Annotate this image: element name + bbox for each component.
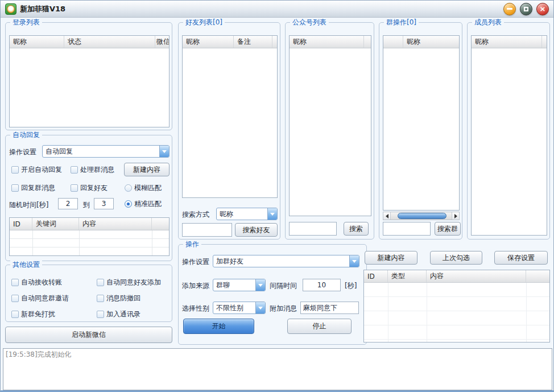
chevron-down-icon[interactable] (255, 302, 265, 313)
maximize-button[interactable] (520, 3, 532, 15)
radio-fuzzy-match[interactable]: 模糊匹配 (125, 183, 162, 193)
minimize-button[interactable] (503, 3, 516, 15)
combo-value: 群聊 (213, 279, 255, 291)
log-area[interactable]: [19:5:38]完成初始化 (3, 348, 552, 390)
table-header: 昵称 状态 微信号 (10, 36, 169, 48)
scroll-right-icon[interactable] (452, 212, 459, 220)
checkbox-mute-new-group[interactable]: 新群免打扰 (11, 310, 55, 319)
checkbox-add-to-contacts[interactable]: 加入通讯录 (97, 310, 140, 319)
group-search-input[interactable] (383, 222, 431, 236)
checkbox-label: 自动同意好友添加 (106, 278, 161, 287)
checkbox-label: 开启自动回复 (21, 165, 62, 175)
checkbox-label: 加入通讯录 (106, 310, 140, 319)
member-list-table[interactable]: 昵称 (471, 35, 547, 236)
gender-label: 选择性别 (182, 304, 209, 313)
column-header-id[interactable]: ID (364, 270, 388, 282)
auto-reply-group: 自动回复 操作设置 自动回复 开启自动回复 处理群消息 新建内容 回复群消息 回… (5, 135, 172, 261)
group-list-table[interactable]: 昵称 (383, 35, 460, 211)
search-official-button[interactable]: 搜索 (344, 222, 369, 236)
search-friend-button[interactable]: 搜索好友 (235, 223, 278, 237)
column-header-nickname[interactable]: 昵称 (10, 36, 64, 48)
checkbox-auto-accept-group-invite[interactable]: 自动同意群邀请 (11, 294, 69, 303)
chevron-down-icon[interactable] (255, 279, 265, 291)
search-group-button[interactable]: 搜索群 (435, 222, 461, 236)
checkbox-reply-friend[interactable]: 回复好友 (71, 183, 108, 193)
extra-message-input[interactable] (300, 302, 359, 314)
checkbox-icon (71, 184, 78, 192)
friend-search-input[interactable] (182, 223, 232, 237)
official-search-input[interactable] (289, 222, 337, 236)
table-body[interactable] (183, 48, 277, 197)
checkbox-icon (11, 184, 19, 192)
maximize-icon (524, 7, 528, 11)
column-header-filler (526, 270, 549, 282)
save-settings-button[interactable]: 保存设置 (494, 251, 548, 265)
friend-list-table[interactable]: 昵称 备注 (182, 35, 278, 198)
close-button[interactable]: × (536, 3, 549, 15)
table-body[interactable] (10, 48, 169, 127)
column-header-status[interactable]: 状态 (64, 36, 155, 48)
table-body[interactable] (472, 48, 547, 235)
table-body[interactable] (290, 48, 371, 216)
minimize-icon (507, 8, 512, 10)
column-header-nickname[interactable]: 昵称 (472, 36, 542, 48)
checkbox-enable-auto-reply[interactable]: 开启自动回复 (11, 165, 62, 175)
last-selection-button[interactable]: 上次勾选 (430, 251, 482, 265)
add-source-select[interactable]: 群聊 (213, 279, 266, 291)
close-icon: × (540, 5, 546, 13)
checkbox-icon (11, 279, 19, 286)
checkbox-handle-group-msg[interactable]: 处理群消息 (71, 165, 114, 175)
interval-label: 间隔时间 (270, 281, 297, 291)
official-account-table[interactable]: 昵称 (289, 35, 371, 216)
keyword-table[interactable]: ID 关键词 内容 (9, 217, 169, 256)
auto-reply-mode-select[interactable]: 自动回复 (42, 145, 169, 158)
column-header-nickname[interactable]: 昵称 (183, 36, 234, 48)
login-list-table[interactable]: 昵称 状态 微信号 (9, 35, 169, 127)
operation-group: 操作 操作设置 加群好友 添加来源 群聊 间隔时间 [秒] 选择性别 不限性别 … (178, 244, 367, 345)
chevron-down-icon[interactable] (349, 255, 359, 267)
column-header-nickname[interactable]: 昵称 (290, 36, 364, 48)
new-content-button[interactable]: 新建内容 (124, 163, 169, 176)
scrollbar-thumb[interactable] (398, 213, 446, 219)
chevron-down-icon[interactable] (159, 146, 169, 157)
table-body[interactable] (10, 230, 169, 255)
checkbox-icon (97, 295, 104, 302)
random-time-to-input[interactable] (94, 198, 114, 209)
horizontal-scrollbar[interactable] (383, 212, 460, 220)
column-header-content[interactable]: 内容 (427, 270, 526, 282)
table-body[interactable] (383, 48, 459, 210)
random-time-from-input[interactable] (58, 198, 78, 209)
checkbox-label: 新群免打扰 (21, 310, 55, 319)
checkbox-reply-group-msg[interactable]: 回复群消息 (11, 183, 55, 193)
radio-exact-match[interactable]: 精准匹配 (125, 199, 162, 209)
column-header-nickname[interactable]: 昵称 (403, 36, 459, 48)
column-header-content[interactable]: 内容 (79, 218, 152, 230)
operation-mode-select[interactable]: 加群好友 (213, 255, 359, 267)
interval-input[interactable] (303, 279, 341, 291)
column-header-keyword[interactable]: 关键词 (32, 218, 79, 230)
column-header-remark[interactable]: 备注 (234, 36, 272, 48)
launch-new-wechat-button[interactable]: 启动新微信 (5, 327, 172, 343)
content-table[interactable]: ID 类型 内容 (363, 270, 550, 343)
start-button[interactable]: 开始 (183, 319, 254, 334)
checkbox-anti-recall[interactable]: 消息防撤回 (97, 294, 140, 303)
column-header-wechat-id[interactable]: 微信号 (155, 36, 169, 48)
search-mode-label: 搜索方式 (182, 210, 209, 220)
scrollbar-track[interactable] (391, 212, 452, 220)
extra-message-label: 附加消息 (270, 304, 297, 313)
column-header-filler (542, 36, 547, 48)
log-text: [19:5:38]完成初始化 (6, 350, 72, 358)
checkbox-icon (11, 311, 19, 318)
checkbox-auto-accept-friend[interactable]: 自动同意好友添加 (97, 278, 161, 287)
chevron-down-icon[interactable] (267, 208, 277, 220)
table-header: ID 类型 内容 (364, 270, 549, 283)
stop-button[interactable]: 停止 (287, 319, 352, 334)
table-body[interactable] (364, 283, 549, 342)
scroll-left-icon[interactable] (383, 212, 391, 220)
column-header-type[interactable]: 类型 (388, 270, 427, 282)
checkbox-auto-accept-transfer[interactable]: 自动接收转账 (11, 278, 62, 287)
gender-select[interactable]: 不限性别 (213, 302, 266, 314)
search-mode-select[interactable]: 昵称 (216, 208, 278, 220)
column-header-id[interactable]: ID (10, 218, 32, 230)
content-new-button[interactable]: 新建内容 (365, 251, 417, 265)
